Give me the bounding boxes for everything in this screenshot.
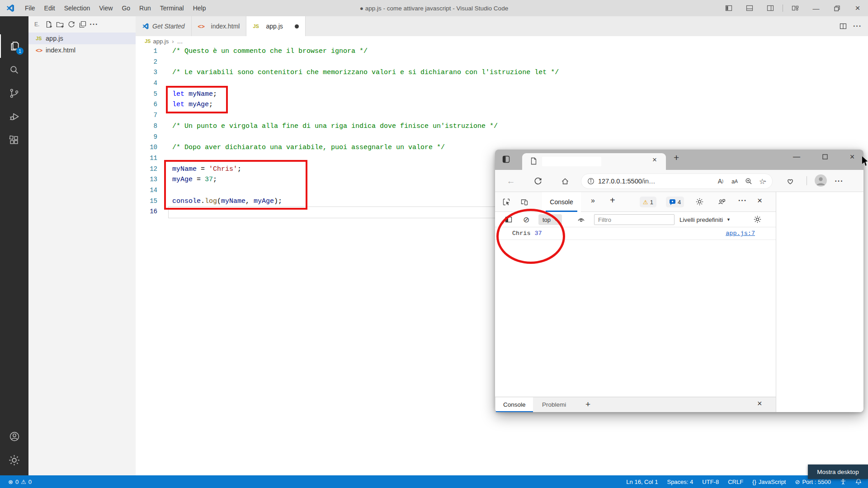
browser-settings-more-icon[interactable]: ··· (833, 175, 845, 187)
zoom-icon[interactable] (745, 174, 752, 188)
code-line-9[interactable]: 9 (136, 132, 868, 143)
warnings-badge[interactable]: ⚠ 1 (640, 197, 656, 207)
reload-icon[interactable] (532, 175, 544, 187)
console-settings-gear-icon[interactable] (754, 216, 761, 223)
code-line-6[interactable]: 6let myAge; (136, 99, 868, 110)
language-mode[interactable]: {} JavaScript (752, 479, 786, 485)
browser-close-icon[interactable]: × (842, 150, 862, 164)
code-line-5[interactable]: 5let myName; (136, 89, 868, 100)
breadcrumb-more[interactable]: … (177, 38, 183, 45)
tab-actions-menu-icon[interactable] (502, 155, 510, 163)
site-info-icon[interactable] (587, 178, 594, 185)
toggle-sidebar-icon[interactable] (718, 0, 739, 16)
split-editor-icon[interactable] (840, 23, 847, 30)
notifications-bell-icon[interactable] (855, 479, 862, 485)
refresh-icon[interactable] (66, 19, 77, 30)
profile-avatar[interactable] (815, 174, 827, 187)
console-filter-input[interactable] (594, 214, 675, 225)
drawer-tab-problems[interactable]: Problemi (535, 397, 573, 412)
browser-maximize-icon[interactable] (815, 150, 835, 164)
drawer-tab-console[interactable]: Console (496, 397, 533, 412)
file-item-indexhtml[interactable]: <> index.html (28, 44, 136, 56)
back-icon[interactable]: ← (505, 175, 517, 187)
log-levels-dropdown[interactable]: Livelli predefiniti ▼ (679, 212, 731, 227)
menu-go[interactable]: Go (117, 5, 135, 12)
live-expression-eye-icon[interactable] (577, 216, 585, 224)
explorer-icon[interactable]: 1 (0, 34, 28, 58)
more-actions-icon[interactable]: ··· (853, 22, 862, 30)
more-tabs-icon[interactable]: » (591, 197, 595, 205)
code-line-8[interactable]: 8/* Un punto e virgola alla fine di una … (136, 121, 868, 132)
open-editors-icon[interactable] (77, 19, 88, 30)
console-sidebar-toggle-icon[interactable] (505, 216, 512, 223)
clear-console-icon[interactable]: ⊘ (523, 215, 529, 225)
code-line-4[interactable]: 4 (136, 78, 868, 89)
home-icon[interactable] (559, 175, 571, 187)
issues-badge[interactable]: 4 (666, 197, 684, 207)
menu-file[interactable]: File (20, 5, 40, 12)
favorites-star-icon[interactable]: ☆+ (759, 174, 766, 188)
page-viewport[interactable] (776, 192, 863, 412)
toggle-panel-icon[interactable] (739, 0, 760, 16)
translate-icon[interactable]: aA (731, 174, 738, 188)
eol-sequence[interactable]: CRLF (728, 479, 743, 485)
new-file-icon[interactable] (43, 19, 54, 30)
device-emulation-icon[interactable] (520, 198, 528, 206)
menu-edit[interactable]: Edit (40, 5, 60, 12)
console-log-entry[interactable]: Chris 37 app.js:7 (495, 227, 776, 240)
source-control-icon[interactable] (0, 81, 28, 105)
code-line-1[interactable]: 1/* Questo è un commento che il browser … (136, 46, 868, 57)
url-text[interactable]: 127.0.0.1:5500/in… (598, 178, 656, 185)
tab-index-html[interactable]: <> index.html (192, 16, 247, 36)
cursor-position[interactable]: Ln 16, Col 1 (626, 479, 658, 485)
new-tab-button[interactable]: + (674, 152, 679, 163)
minimize-window-icon[interactable]: — (806, 0, 826, 16)
more-actions-icon[interactable]: ··· (88, 19, 99, 30)
browser-tab[interactable]: × (522, 153, 666, 170)
breadcrumb[interactable]: JS app.js › … (136, 36, 868, 46)
accounts-icon[interactable] (0, 425, 28, 448)
tab-close-icon[interactable]: × (652, 155, 657, 164)
accessibility-icon[interactable] (840, 479, 846, 485)
restore-window-icon[interactable] (826, 0, 847, 16)
devtools-tab-console[interactable]: Console (542, 192, 581, 212)
devtools-close-icon[interactable]: × (757, 196, 762, 206)
code-line-3[interactable]: 3/* Le variabili sono contenitori che me… (136, 67, 868, 78)
log-source-link[interactable]: app.js:7 (726, 230, 755, 237)
browser-minimize-icon[interactable]: — (787, 150, 807, 164)
toggle-secondary-sidebar-icon[interactable] (760, 0, 781, 16)
menu-terminal[interactable]: Terminal (156, 5, 189, 12)
devtools-settings-gear-icon[interactable] (696, 198, 703, 206)
drawer-add-tab-icon[interactable]: + (585, 399, 590, 409)
problems-status[interactable]: ⊗ 0 ⚠ 0 (8, 479, 32, 485)
javascript-context-dropdown[interactable]: top ▼ (538, 214, 562, 225)
menu-selection[interactable]: Selection (60, 5, 95, 12)
menu-view[interactable]: View (94, 5, 117, 12)
inspect-element-icon[interactable] (502, 198, 510, 206)
address-bar[interactable]: 127.0.0.1:5500/in… A) aA ☆+ (581, 174, 773, 189)
file-item-appjs[interactable]: JS app.js (28, 33, 136, 44)
menu-help[interactable]: Help (189, 5, 211, 12)
extensions-icon[interactable] (0, 128, 28, 152)
new-folder-icon[interactable] (54, 19, 66, 30)
tab-app-js[interactable]: JS app.js (246, 16, 305, 36)
encoding[interactable]: UTF-8 (702, 479, 719, 485)
indentation[interactable]: Spaces: 4 (667, 479, 693, 485)
menu-run[interactable]: Run (135, 5, 156, 12)
tab-get-started[interactable]: Get Started (136, 16, 192, 36)
browser-essentials-icon[interactable] (784, 175, 796, 187)
devtools-more-icon[interactable]: ··· (738, 197, 747, 205)
unsaved-changes-dot[interactable] (295, 24, 299, 28)
drawer-close-icon[interactable]: × (757, 399, 762, 408)
code-line-7[interactable]: 7 (136, 110, 868, 121)
close-window-icon[interactable]: × (847, 0, 868, 16)
settings-gear-icon[interactable] (0, 448, 28, 472)
live-server-port[interactable]: ⊘ Port : 5500 (795, 479, 831, 485)
read-aloud-icon[interactable]: A) (718, 174, 723, 188)
customize-layout-icon[interactable] (785, 0, 806, 16)
feedback-icon[interactable] (717, 198, 726, 206)
breadcrumb-file[interactable]: app.js (153, 38, 169, 45)
search-icon[interactable] (0, 58, 28, 81)
run-debug-icon[interactable] (0, 105, 28, 128)
code-line-2[interactable]: 2 (136, 57, 868, 68)
